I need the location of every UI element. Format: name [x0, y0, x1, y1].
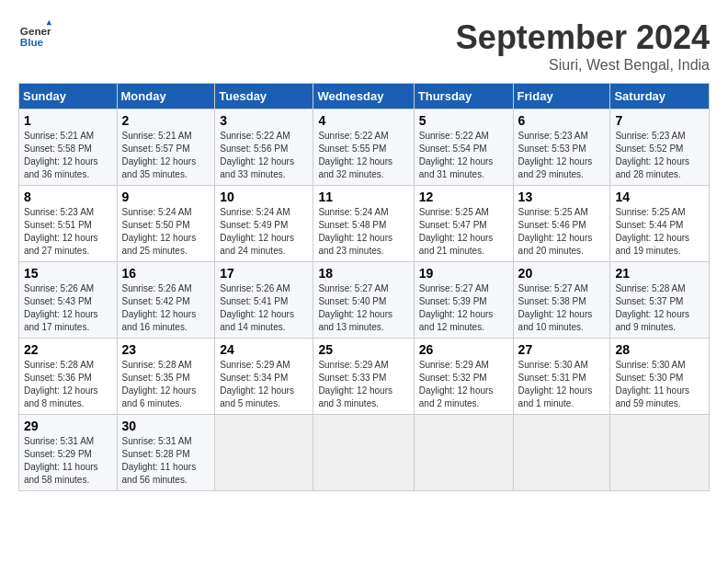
- day-info: Sunrise: 5:31 AMSunset: 5:28 PMDaylight:…: [122, 435, 210, 487]
- calendar-cell: 21Sunrise: 5:28 AMSunset: 5:37 PMDayligh…: [610, 262, 710, 339]
- calendar-table: SundayMondayTuesdayWednesdayThursdayFrid…: [18, 83, 710, 491]
- day-number: 25: [318, 342, 408, 357]
- weekday-header: Sunday: [19, 84, 118, 109]
- calendar-cell: 18Sunrise: 5:27 AMSunset: 5:40 PMDayligh…: [313, 262, 414, 339]
- calendar-cell: [513, 415, 610, 491]
- calendar-cell: 19Sunrise: 5:27 AMSunset: 5:39 PMDayligh…: [414, 262, 513, 339]
- calendar-cell: 17Sunrise: 5:26 AMSunset: 5:41 PMDayligh…: [215, 262, 313, 339]
- day-number: 12: [419, 190, 508, 204]
- calendar-header-row: SundayMondayTuesdayWednesdayThursdayFrid…: [19, 84, 710, 109]
- day-number: 24: [220, 342, 308, 357]
- day-info: Sunrise: 5:29 AMSunset: 5:32 PMDaylight:…: [419, 359, 508, 410]
- weekday-header: Thursday: [414, 84, 513, 109]
- day-number: 13: [518, 190, 606, 204]
- logo-icon: General Blue: [18, 18, 51, 52]
- day-number: 7: [615, 113, 704, 128]
- calendar-cell: 27Sunrise: 5:30 AMSunset: 5:31 PMDayligh…: [513, 339, 610, 415]
- weekday-header: Friday: [513, 84, 610, 109]
- day-number: 29: [24, 419, 112, 433]
- title-block: September 2024 Siuri, West Bengal, India: [456, 18, 710, 74]
- calendar-cell: [610, 415, 710, 491]
- calendar-cell: 29Sunrise: 5:31 AMSunset: 5:29 PMDayligh…: [19, 415, 118, 491]
- weekday-header: Monday: [117, 84, 215, 109]
- day-info: Sunrise: 5:26 AMSunset: 5:41 PMDaylight:…: [220, 282, 308, 334]
- calendar-cell: 1Sunrise: 5:21 AMSunset: 5:58 PMDaylight…: [19, 109, 118, 186]
- calendar-week-row: 15Sunrise: 5:26 AMSunset: 5:43 PMDayligh…: [19, 262, 710, 339]
- calendar-cell: 11Sunrise: 5:24 AMSunset: 5:48 PMDayligh…: [313, 186, 414, 262]
- calendar-cell: 20Sunrise: 5:27 AMSunset: 5:38 PMDayligh…: [513, 262, 610, 339]
- calendar-cell: 2Sunrise: 5:21 AMSunset: 5:57 PMDaylight…: [117, 109, 215, 186]
- day-number: 4: [318, 113, 408, 128]
- calendar-week-row: 29Sunrise: 5:31 AMSunset: 5:29 PMDayligh…: [19, 415, 710, 491]
- day-info: Sunrise: 5:26 AMSunset: 5:42 PMDaylight:…: [122, 282, 210, 334]
- calendar-cell: 24Sunrise: 5:29 AMSunset: 5:34 PMDayligh…: [215, 339, 313, 415]
- day-number: 17: [220, 266, 308, 281]
- day-info: Sunrise: 5:25 AMSunset: 5:46 PMDaylight:…: [518, 206, 606, 258]
- day-number: 3: [220, 113, 308, 128]
- day-number: 26: [419, 342, 508, 357]
- calendar-cell: [414, 415, 513, 491]
- day-number: 6: [518, 113, 606, 128]
- calendar-cell: 7Sunrise: 5:23 AMSunset: 5:52 PMDaylight…: [610, 109, 710, 186]
- calendar-cell: 14Sunrise: 5:25 AMSunset: 5:44 PMDayligh…: [610, 186, 710, 262]
- calendar-cell: 6Sunrise: 5:23 AMSunset: 5:53 PMDaylight…: [513, 109, 610, 186]
- location-subtitle: Siuri, West Bengal, India: [456, 57, 710, 74]
- calendar-cell: 4Sunrise: 5:22 AMSunset: 5:55 PMDaylight…: [313, 109, 414, 186]
- day-info: Sunrise: 5:28 AMSunset: 5:35 PMDaylight:…: [122, 359, 210, 410]
- weekday-header: Tuesday: [215, 84, 313, 109]
- calendar-cell: 9Sunrise: 5:24 AMSunset: 5:50 PMDaylight…: [117, 186, 215, 262]
- day-info: Sunrise: 5:24 AMSunset: 5:48 PMDaylight:…: [318, 206, 408, 258]
- day-info: Sunrise: 5:27 AMSunset: 5:39 PMDaylight:…: [419, 282, 508, 334]
- day-info: Sunrise: 5:23 AMSunset: 5:51 PMDaylight:…: [24, 206, 112, 258]
- day-info: Sunrise: 5:27 AMSunset: 5:38 PMDaylight:…: [518, 282, 606, 334]
- calendar-cell: 25Sunrise: 5:29 AMSunset: 5:33 PMDayligh…: [313, 339, 414, 415]
- calendar-cell: [313, 415, 414, 491]
- day-info: Sunrise: 5:21 AMSunset: 5:58 PMDaylight:…: [24, 130, 112, 181]
- day-info: Sunrise: 5:22 AMSunset: 5:55 PMDaylight:…: [318, 130, 408, 181]
- day-info: Sunrise: 5:28 AMSunset: 5:37 PMDaylight:…: [615, 282, 704, 334]
- day-info: Sunrise: 5:29 AMSunset: 5:33 PMDaylight:…: [318, 359, 408, 410]
- day-number: 9: [122, 190, 210, 204]
- svg-marker-2: [47, 20, 51, 25]
- calendar-cell: 30Sunrise: 5:31 AMSunset: 5:28 PMDayligh…: [117, 415, 215, 491]
- calendar-cell: 13Sunrise: 5:25 AMSunset: 5:46 PMDayligh…: [513, 186, 610, 262]
- day-number: 5: [419, 113, 508, 128]
- svg-text:Blue: Blue: [20, 36, 44, 48]
- day-number: 23: [122, 342, 210, 357]
- day-number: 20: [518, 266, 606, 281]
- day-info: Sunrise: 5:25 AMSunset: 5:44 PMDaylight:…: [615, 206, 704, 258]
- day-info: Sunrise: 5:27 AMSunset: 5:40 PMDaylight:…: [318, 282, 408, 334]
- day-number: 8: [24, 190, 112, 204]
- day-number: 18: [318, 266, 408, 281]
- day-info: Sunrise: 5:30 AMSunset: 5:31 PMDaylight:…: [518, 359, 606, 410]
- day-number: 28: [615, 342, 704, 357]
- day-number: 14: [615, 190, 704, 204]
- day-info: Sunrise: 5:24 AMSunset: 5:49 PMDaylight:…: [220, 206, 308, 258]
- logo: General Blue: [18, 18, 51, 52]
- day-number: 19: [419, 266, 508, 281]
- day-info: Sunrise: 5:26 AMSunset: 5:43 PMDaylight:…: [24, 282, 112, 334]
- day-info: Sunrise: 5:22 AMSunset: 5:54 PMDaylight:…: [419, 130, 508, 181]
- day-number: 16: [122, 266, 210, 281]
- day-info: Sunrise: 5:30 AMSunset: 5:30 PMDaylight:…: [615, 359, 704, 410]
- day-info: Sunrise: 5:22 AMSunset: 5:56 PMDaylight:…: [220, 130, 308, 181]
- month-title: September 2024: [456, 18, 710, 57]
- calendar-cell: 8Sunrise: 5:23 AMSunset: 5:51 PMDaylight…: [19, 186, 118, 262]
- day-number: 30: [122, 419, 210, 433]
- calendar-cell: 15Sunrise: 5:26 AMSunset: 5:43 PMDayligh…: [19, 262, 118, 339]
- calendar-cell: [215, 415, 313, 491]
- day-number: 1: [24, 113, 112, 128]
- day-number: 2: [122, 113, 210, 128]
- day-info: Sunrise: 5:23 AMSunset: 5:52 PMDaylight:…: [615, 130, 704, 181]
- calendar-cell: 26Sunrise: 5:29 AMSunset: 5:32 PMDayligh…: [414, 339, 513, 415]
- calendar-week-row: 22Sunrise: 5:28 AMSunset: 5:36 PMDayligh…: [19, 339, 710, 415]
- calendar-cell: 12Sunrise: 5:25 AMSunset: 5:47 PMDayligh…: [414, 186, 513, 262]
- day-info: Sunrise: 5:31 AMSunset: 5:29 PMDaylight:…: [24, 435, 112, 487]
- day-info: Sunrise: 5:24 AMSunset: 5:50 PMDaylight:…: [122, 206, 210, 258]
- calendar-week-row: 1Sunrise: 5:21 AMSunset: 5:58 PMDaylight…: [19, 109, 710, 186]
- day-info: Sunrise: 5:23 AMSunset: 5:53 PMDaylight:…: [518, 130, 606, 181]
- day-info: Sunrise: 5:25 AMSunset: 5:47 PMDaylight:…: [419, 206, 508, 258]
- day-number: 15: [24, 266, 112, 281]
- calendar-cell: 23Sunrise: 5:28 AMSunset: 5:35 PMDayligh…: [117, 339, 215, 415]
- weekday-header: Wednesday: [313, 84, 414, 109]
